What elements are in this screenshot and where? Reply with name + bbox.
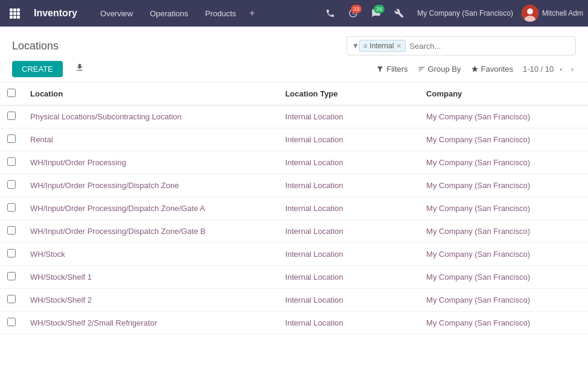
row-checkbox-cell[interactable]: [0, 289, 23, 312]
location-link[interactable]: WH/Input/Order Processing/Dispatch Zone/…: [30, 227, 205, 236]
phone-icon[interactable]: [321, 4, 340, 23]
favorites-button[interactable]: Favorites: [471, 65, 513, 74]
location-type-cell: Internal Location: [278, 266, 419, 289]
row-checkbox-cell[interactable]: [0, 197, 23, 220]
company-cell: My Company (San Francisco): [419, 106, 588, 128]
location-type-value: Internal Location: [285, 227, 343, 236]
settings-icon[interactable]: [389, 4, 409, 23]
svg-rect-1: [13, 8, 16, 11]
location-link[interactable]: WH/Stock/Shelf 1: [30, 273, 92, 282]
row-checkbox[interactable]: [7, 272, 16, 280]
filters-label: Filters: [386, 65, 407, 74]
location-type-cell: Internal Location: [278, 106, 419, 128]
row-checkbox-cell[interactable]: [0, 128, 23, 151]
search-bar: ▼ ≡ Internal ✕: [347, 36, 576, 55]
location-column-header[interactable]: Location: [23, 83, 278, 106]
location-link[interactable]: WH/Stock/Shelf 2/Small Refrigerator: [30, 318, 157, 327]
row-checkbox[interactable]: [7, 134, 16, 143]
row-checkbox-cell[interactable]: [0, 266, 23, 289]
row-checkbox-cell[interactable]: [0, 312, 23, 335]
download-button[interactable]: [70, 60, 89, 77]
table-row: WH/Stock/Shelf 1 Internal Location My Co…: [0, 266, 588, 289]
nav-operations[interactable]: Operations: [141, 5, 197, 22]
row-checkbox[interactable]: [7, 112, 16, 120]
row-checkbox-cell[interactable]: [0, 243, 23, 266]
company-value: My Company (San Francisco): [426, 204, 530, 213]
table-row: WH/Stock/Shelf 2/Small Refrigerator Inte…: [0, 312, 588, 335]
location-link[interactable]: WH/Input/Order Processing/Dispatch Zone: [30, 181, 179, 190]
location-cell: Physical Locations/Subcontracting Locati…: [23, 106, 278, 128]
svg-rect-0: [10, 8, 13, 11]
svg-rect-3: [10, 12, 13, 15]
location-type-value: Internal Location: [285, 112, 343, 121]
table-row: WH/Stock/Shelf 2 Internal Location My Co…: [0, 289, 588, 312]
select-all-checkbox[interactable]: [7, 89, 16, 97]
row-checkbox[interactable]: [7, 180, 16, 189]
timer-icon[interactable]: 33: [344, 4, 363, 23]
company-column-header[interactable]: Company: [419, 83, 588, 106]
svg-rect-4: [13, 12, 16, 15]
search-filter-tag: ≡ Internal ✕: [359, 40, 406, 52]
location-type-value: Internal Location: [285, 318, 343, 327]
svg-rect-8: [17, 16, 20, 19]
company-name[interactable]: My Company (San Francisco): [412, 7, 518, 20]
location-cell: WH/Stock: [23, 243, 278, 266]
nav-add-menu[interactable]: +: [244, 5, 260, 21]
toolbar: CREATE Filters Group By Favorites 1-10 /…: [0, 55, 588, 83]
favorites-label: Favorites: [481, 65, 513, 74]
filters-button[interactable]: Filters: [376, 65, 407, 74]
svg-rect-7: [13, 16, 16, 19]
location-type-value: Internal Location: [285, 158, 343, 167]
pagination: 1-10 / 10 ‹ ›: [523, 63, 576, 75]
location-cell: WH/Input/Order Processing/Dispatch Zone/…: [23, 220, 278, 243]
svg-point-10: [527, 8, 533, 14]
nav-right-section: 33 26 My Company (San Francisco) Mitchel…: [321, 4, 583, 23]
toolbar-right: Filters Group By Favorites 1-10 / 10 ‹ ›: [376, 63, 576, 75]
chat-icon[interactable]: 26: [366, 4, 386, 23]
location-link[interactable]: Rental: [30, 135, 53, 144]
location-cell: Rental: [23, 128, 278, 151]
company-cell: My Company (San Francisco): [419, 312, 588, 335]
table-header-row: Location Location Type Company: [0, 83, 588, 106]
grid-menu-icon[interactable]: [5, 4, 24, 23]
location-type-value: Internal Location: [285, 204, 343, 213]
row-checkbox-cell[interactable]: [0, 106, 23, 128]
app-title: Inventory: [27, 8, 85, 19]
location-link[interactable]: WH/Input/Order Processing: [30, 158, 126, 167]
location-type-cell: Internal Location: [278, 289, 419, 312]
next-page-button[interactable]: ›: [569, 63, 576, 75]
prev-page-button[interactable]: ‹: [557, 63, 564, 75]
page-header: Locations ▼ ≡ Internal ✕: [0, 27, 588, 55]
filter-tag-icon: ≡: [363, 42, 367, 49]
location-type-value: Internal Location: [285, 295, 343, 304]
groupby-button[interactable]: Group By: [418, 65, 461, 74]
row-checkbox[interactable]: [7, 249, 16, 257]
user-name[interactable]: Mitchell Adm: [542, 9, 583, 17]
row-checkbox[interactable]: [7, 318, 16, 326]
row-checkbox[interactable]: [7, 157, 16, 166]
row-checkbox-cell[interactable]: [0, 220, 23, 243]
row-checkbox[interactable]: [7, 226, 16, 235]
select-all-header[interactable]: [0, 83, 23, 106]
nav-overview[interactable]: Overview: [92, 5, 141, 22]
row-checkbox-cell[interactable]: [0, 151, 23, 174]
location-link[interactable]: WH/Stock: [30, 250, 65, 259]
location-link[interactable]: Physical Locations/Subcontracting Locati…: [30, 112, 182, 121]
location-cell: WH/Stock/Shelf 2: [23, 289, 278, 312]
row-checkbox[interactable]: [7, 295, 16, 303]
location-link[interactable]: WH/Stock/Shelf 2: [30, 295, 92, 304]
row-checkbox[interactable]: [7, 203, 16, 212]
company-value: My Company (San Francisco): [426, 250, 530, 259]
row-checkbox-cell[interactable]: [0, 174, 23, 197]
nav-products[interactable]: Products: [197, 5, 244, 22]
location-type-value: Internal Location: [285, 250, 343, 259]
remove-filter-icon[interactable]: ✕: [396, 42, 401, 50]
location-link[interactable]: WH/Input/Order Processing/Dispatch Zone/…: [30, 204, 205, 213]
search-input[interactable]: [409, 42, 570, 51]
avatar[interactable]: [522, 5, 538, 22]
location-cell: WH/Stock/Shelf 1: [23, 266, 278, 289]
company-value: My Company (San Francisco): [426, 112, 530, 121]
create-button[interactable]: CREATE: [12, 61, 63, 77]
location-type-column-header[interactable]: Location Type: [278, 83, 419, 106]
main-content: Locations ▼ ≡ Internal ✕ CREATE Filters: [0, 27, 588, 372]
